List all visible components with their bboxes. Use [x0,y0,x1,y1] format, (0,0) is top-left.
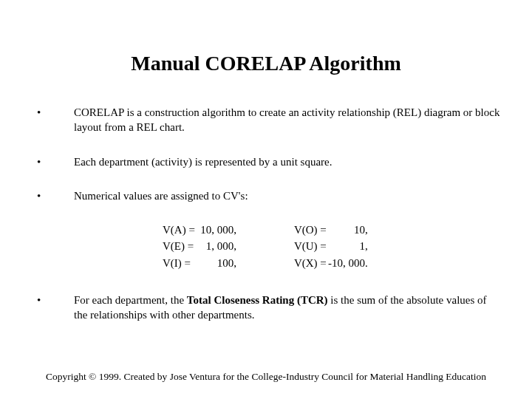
bullet-marker: • [30,105,74,135]
cv-label: V(I) = [163,256,197,272]
page-title: Manual CORELAP Algorithm [30,52,502,75]
cv-value: 10, [328,222,378,239]
cv-label: V(A) = [163,222,197,239]
cv-label: V(E) = [163,239,197,255]
cv-value: 1, [328,239,378,255]
cv-value: 100, [197,256,247,272]
cv-values-block: V(A) = 10, 000, V(O) = 10, V(E) = 1, 000… [163,222,502,272]
bullet-text: Each department (activity) is represente… [74,154,502,169]
table-row: V(E) = 1, 000, V(U) = 1, [163,239,378,255]
cv-value: 10, 000, [197,222,247,239]
text-span: For each department, the [74,294,187,306]
bullet-text: For each department, the Total Closeness… [74,293,502,323]
cv-values-table: V(A) = 10, 000, V(O) = 10, V(E) = 1, 000… [163,222,378,272]
cv-label: V(O) = [294,222,328,239]
spacer [247,239,294,255]
bullet-text: CORELAP is a construction algorithm to c… [74,105,502,135]
cv-value: 1, 000, [197,239,247,255]
bullet-item: • For each department, the Total Closene… [30,293,502,323]
copyright-footer: Copyright © 1999. Created by Jose Ventur… [0,371,532,383]
cv-label: V(X) = [294,256,328,272]
spacer [247,256,294,272]
table-row: V(A) = 10, 000, V(O) = 10, [163,222,378,239]
bullet-marker: • [30,154,74,169]
bullet-marker: • [30,188,74,203]
bullet-item: • CORELAP is a construction algorithm to… [30,105,502,135]
bullet-item: • Numerical values are assigned to CV's: [30,188,502,203]
bullet-list: • CORELAP is a construction algorithm to… [30,105,502,322]
bullet-item: • Each department (activity) is represen… [30,154,502,169]
slide: Manual CORELAP Algorithm • CORELAP is a … [0,0,532,399]
bullet-marker: • [30,293,74,323]
tcr-term: Total Closeness Rating (TCR) [187,294,328,306]
cv-value: -10, 000. [328,256,378,272]
table-row: V(I) = 100, V(X) = -10, 000. [163,256,378,272]
cv-label: V(U) = [294,239,328,255]
spacer [247,222,294,239]
bullet-text: Numerical values are assigned to CV's: [74,188,502,203]
